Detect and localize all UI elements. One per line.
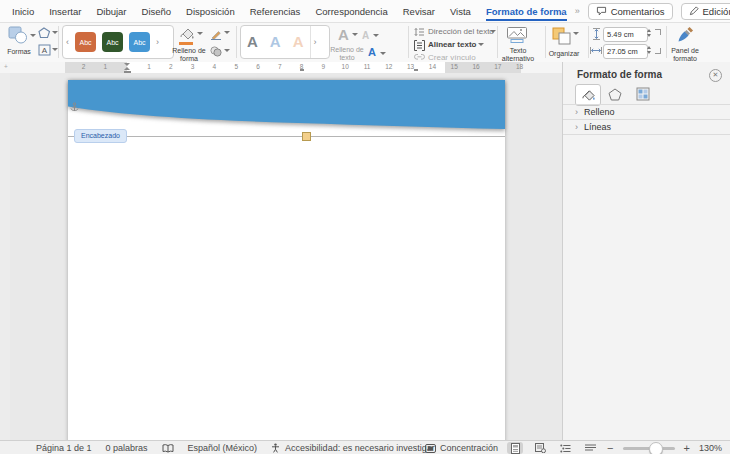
shape-effects-button[interactable]: [210, 46, 222, 57]
wordart-style-2[interactable]: A: [270, 27, 281, 57]
gallery-left-arrow[interactable]: ‹: [63, 26, 72, 58]
gallery-right-arrow[interactable]: ›: [153, 26, 162, 58]
arrange-button[interactable]: [552, 27, 571, 45]
chevron-down-icon: [478, 43, 484, 46]
menu-insertar[interactable]: Insertar: [49, 6, 81, 17]
svg-text:A: A: [42, 46, 48, 55]
language-selector[interactable]: Español (México): [188, 443, 258, 453]
shapes-icon: [6, 26, 30, 44]
text-outline-button[interactable]: A: [362, 30, 369, 41]
ruler-number: 16: [472, 63, 479, 70]
panel-tab-effects[interactable]: [603, 84, 627, 104]
shape-adjust-handle[interactable]: [302, 132, 311, 141]
proofing-book-icon[interactable]: [162, 444, 174, 453]
ruler-number: 15: [451, 63, 458, 70]
chevron-down-icon[interactable]: [352, 33, 358, 36]
panel-section-lines[interactable]: › Líneas: [563, 119, 730, 135]
document-page[interactable]: Encabezado: [68, 80, 505, 440]
alt-text-button[interactable]: [507, 27, 528, 43]
accessibility-status[interactable]: Accesibilidad: es necesario investigar: [285, 443, 435, 453]
zoom-in-button[interactable]: +: [684, 442, 690, 454]
ruler-number: 17: [494, 63, 501, 70]
alt-text-icon: [507, 27, 528, 43]
wordart-styles-gallery: A A A ›: [240, 25, 330, 59]
format-pane-button[interactable]: [676, 26, 694, 44]
format-shape-panel: Formato de forma ✕ › Relleno › Líneas: [562, 62, 730, 440]
focus-mode-toggle[interactable]: Concentración: [440, 443, 498, 453]
ruler-number: 9: [322, 63, 326, 70]
wave-shape-path: [68, 80, 505, 129]
word-count[interactable]: 0 palabras: [106, 443, 148, 453]
text-direction-button[interactable]: Dirección del texto: [428, 27, 494, 36]
menu-disposicion[interactable]: Disposición: [186, 6, 235, 17]
ruler-number: 2: [169, 63, 173, 70]
menu-revisar[interactable]: Revisar: [403, 6, 435, 17]
menu-vista[interactable]: Vista: [450, 6, 471, 17]
comments-button[interactable]: Comentarios: [588, 3, 673, 20]
chevron-down-icon[interactable]: [373, 34, 379, 37]
text-box-button[interactable]: A: [38, 44, 51, 56]
zoom-slider-thumb[interactable]: [649, 442, 663, 454]
ruler-number: 10: [342, 63, 349, 70]
chevron-down-icon[interactable]: [224, 49, 230, 52]
menu-inicio[interactable]: Inicio: [12, 6, 34, 17]
height-stepper[interactable]: [647, 29, 651, 37]
pencil-icon: [689, 6, 699, 16]
center-tab-stop[interactable]: [300, 69, 304, 71]
panel-close-icon[interactable]: ✕: [709, 69, 722, 82]
shape-fill-button[interactable]: [179, 27, 195, 45]
zoom-level[interactable]: 130%: [699, 443, 722, 453]
view-web-layout-button[interactable]: [532, 442, 548, 454]
zoom-slider[interactable]: [623, 447, 675, 450]
shape-style-orange[interactable]: Abc: [75, 32, 96, 52]
menu-formato-de-forma[interactable]: Formato de forma: [486, 6, 567, 21]
edit-shape-icon: [38, 27, 51, 39]
shape-style-green[interactable]: Abc: [102, 32, 123, 52]
edit-shape-button[interactable]: [38, 27, 51, 39]
chevron-right-icon: ›: [575, 107, 578, 117]
gallery-right-arrow[interactable]: ›: [310, 26, 320, 58]
chevron-down-icon[interactable]: [197, 32, 203, 35]
document-canvas[interactable]: Encabezado: [10, 73, 562, 440]
panel-tab-layout-properties[interactable]: [631, 84, 655, 104]
paint-bucket-icon: [179, 27, 195, 41]
chevron-down-icon[interactable]: [30, 34, 36, 37]
shape-height-input[interactable]: 5.49 cm: [603, 27, 648, 42]
chevron-down-icon[interactable]: [573, 32, 579, 35]
menu-correspondencia[interactable]: Correspondencia: [315, 6, 387, 17]
menu-overflow-chevrons[interactable]: »: [575, 6, 580, 16]
page-count[interactable]: Página 1 de 1: [36, 443, 92, 453]
panel-tab-fill-line[interactable]: [575, 84, 601, 106]
status-bar: Página 1 de 1 0 palabras Español (México…: [0, 440, 730, 454]
view-outline-button[interactable]: [557, 442, 573, 454]
text-effects-button[interactable]: A: [368, 46, 376, 58]
shape-width-input[interactable]: 27.05 cm: [603, 44, 648, 59]
outline-pen-icon: [210, 28, 222, 40]
right-tab-stop[interactable]: [414, 69, 418, 71]
insert-shapes-button[interactable]: [6, 26, 30, 44]
align-text-icon: [414, 40, 425, 51]
wave-shape[interactable]: [68, 80, 505, 130]
width-stepper[interactable]: [647, 46, 651, 54]
shape-style-blue[interactable]: Abc: [129, 32, 150, 52]
accessibility-icon[interactable]: [271, 443, 280, 453]
chevron-down-icon[interactable]: [224, 31, 230, 34]
shape-outline-button[interactable]: [210, 28, 222, 40]
view-draft-button[interactable]: [582, 442, 598, 454]
chevron-down-icon[interactable]: [380, 52, 386, 55]
view-print-layout-button[interactable]: [507, 442, 523, 454]
panel-section-fill[interactable]: › Relleno: [563, 104, 730, 120]
zoom-out-button[interactable]: −: [607, 442, 613, 454]
text-fill-button[interactable]: A: [338, 26, 349, 43]
anchor-icon[interactable]: [70, 102, 79, 113]
wordart-style-3[interactable]: A: [293, 27, 304, 57]
indent-marker[interactable]: [124, 63, 131, 73]
align-text-button[interactable]: Alinear texto: [428, 40, 476, 49]
wordart-style-1[interactable]: A: [247, 27, 258, 57]
menu-diseno[interactable]: Diseño: [142, 6, 172, 17]
edit-mode-button[interactable]: Edición: [681, 3, 730, 20]
menu-referencias[interactable]: Referencias: [250, 6, 301, 17]
ruler-number: 5: [234, 63, 238, 70]
ruler-number: 7: [278, 63, 282, 70]
menu-dibujar[interactable]: Dibujar: [96, 6, 126, 17]
